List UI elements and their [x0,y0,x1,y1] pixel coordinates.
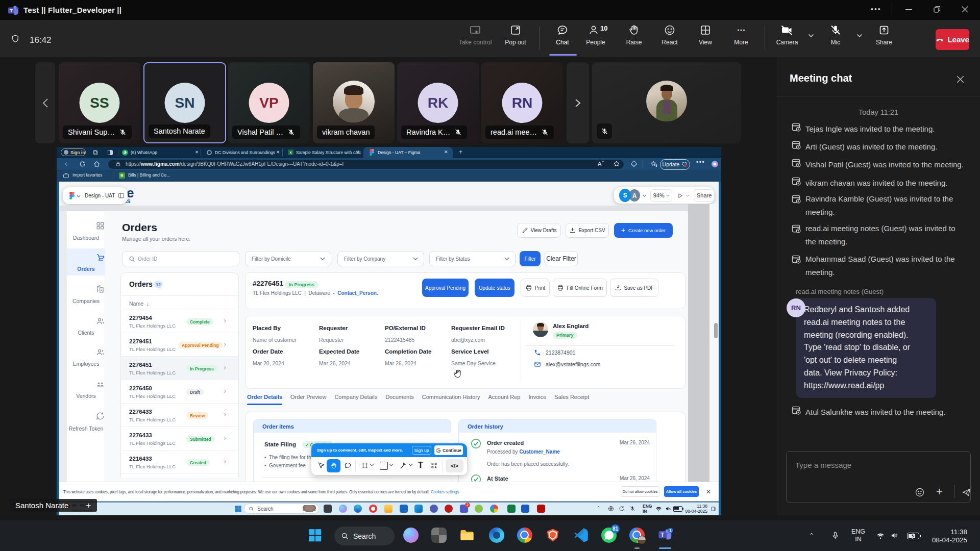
svg-text:T: T [10,8,13,13]
svg-text:1: 1 [669,528,672,533]
svg-text:T: T [660,532,664,538]
